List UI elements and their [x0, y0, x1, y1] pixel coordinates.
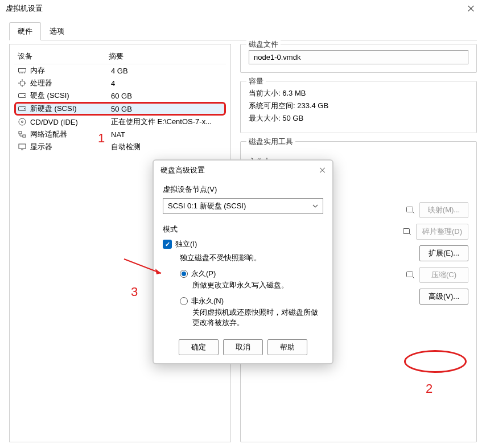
window-title: 虚拟机设置	[6, 3, 468, 14]
cpu-icon	[18, 79, 27, 87]
device-summary: 4 GB	[111, 67, 223, 75]
compact-button: 压缩(C)	[419, 267, 468, 283]
expand-button[interactable]: 扩展(E)...	[419, 245, 468, 261]
svg-rect-22	[407, 272, 413, 277]
device-summary: 自动检测	[111, 142, 223, 152]
advanced-button[interactable]: 高级(V)...	[419, 289, 468, 305]
info-icon	[402, 227, 411, 236]
independent-label: 独立(I)	[175, 239, 197, 249]
sub-dialog-buttons: 确定 取消 帮助	[154, 336, 332, 356]
capacity-max: 最大大小: 50 GB	[249, 112, 468, 125]
info-icon	[406, 205, 415, 215]
device-label: 新硬盘 (SCSI)	[30, 104, 111, 114]
svg-rect-17	[23, 135, 26, 137]
sub-dialog-title: 硬盘高级设置	[160, 165, 320, 175]
capacity-group: 容量 当前大小: 6.3 MB 系统可用空间: 233.4 GB 最大大小: 5…	[240, 81, 477, 133]
device-summary: 50 GB	[111, 105, 223, 113]
independent-desc: 独立磁盘不受快照影响。	[180, 253, 323, 263]
combo-value: SCSI 0:1 新硬盘 (SCSI)	[168, 201, 246, 211]
mode-group: 模式 ✓ 独立(I) 独立磁盘不受快照影响。 永久(P) 所做更改立即永久写入磁…	[163, 224, 323, 328]
nonpermanent-label: 非永久(N)	[191, 296, 224, 306]
svg-point-13	[24, 108, 25, 109]
disk-icon	[18, 105, 27, 113]
device-summary: 60 GB	[111, 92, 223, 100]
device-row-disk[interactable]: 硬盘 (SCSI) 60 GB	[14, 89, 226, 102]
map-button: 映射(M)...	[419, 202, 468, 218]
disk-icon	[18, 92, 27, 100]
mode-group-label: 模式	[163, 224, 323, 235]
chevron-down-icon	[312, 204, 318, 208]
virtual-node-label: 虚拟设备节点(V)	[163, 184, 323, 195]
device-row-cd[interactable]: CD/DVD (IDE) 正在使用文件 E:\CentOS-7-x...	[14, 116, 226, 128]
svg-rect-20	[407, 207, 413, 212]
header-summary: 摘要	[109, 51, 223, 61]
device-summary: 正在使用文件 E:\CentOS-7-x...	[111, 117, 223, 127]
sub-titlebar: 硬盘高级设置	[154, 161, 332, 180]
nonpermanent-radio-row[interactable]: 非永久(N)	[180, 296, 323, 306]
close-icon[interactable]	[468, 5, 475, 12]
nonpermanent-desc: 关闭虚拟机或还原快照时，对磁盘所做更改将被放弃。	[192, 307, 323, 328]
device-label: 处理器	[30, 78, 111, 88]
disk-file-input[interactable]: node1-0.vmdk	[249, 50, 468, 64]
radio-icon	[180, 270, 188, 278]
annotation-circle-2	[404, 350, 467, 373]
header-device: 设备	[18, 51, 109, 61]
device-label: 硬盘 (SCSI)	[30, 91, 111, 101]
svg-rect-21	[403, 229, 409, 234]
svg-rect-18	[19, 144, 26, 149]
svg-rect-0	[19, 69, 26, 72]
permanent-radio-row[interactable]: 永久(P)	[180, 269, 323, 279]
sub-body: 虚拟设备节点(V) SCSI 0:1 新硬盘 (SCSI) 模式 ✓ 独立(I)…	[154, 180, 332, 336]
display-icon	[18, 143, 27, 151]
svg-point-11	[24, 95, 25, 96]
device-label: 内存	[30, 65, 111, 76]
device-label: 显示器	[30, 142, 111, 152]
device-label: CD/DVD (IDE)	[30, 118, 111, 126]
device-row-display[interactable]: 显示器 自动检测	[14, 141, 226, 153]
info-icon	[406, 270, 415, 280]
svg-point-15	[22, 121, 23, 123]
disk-file-group: 磁盘文件 node1-0.vmdk	[240, 44, 477, 73]
permanent-desc: 所做更改立即永久写入磁盘。	[192, 280, 323, 290]
help-button[interactable]: 帮助	[267, 339, 307, 355]
device-list-header: 设备 摘要	[14, 49, 226, 64]
svg-rect-5	[20, 81, 24, 85]
group-title: 容量	[246, 76, 266, 87]
device-row-network[interactable]: 网络适配器 NAT	[14, 128, 226, 141]
independent-checkbox-row[interactable]: ✓ 独立(I)	[163, 239, 323, 249]
tab-hardware[interactable]: 硬件	[9, 22, 41, 40]
titlebar: 虚拟机设置	[0, 0, 486, 17]
defrag-button: 碎片整理(D)	[416, 224, 468, 240]
ok-button[interactable]: 确定	[179, 339, 219, 355]
close-icon[interactable]	[320, 167, 326, 173]
capacity-free: 系统可用空间: 233.4 GB	[249, 100, 468, 112]
group-title: 磁盘实用工具	[246, 137, 295, 147]
memory-icon	[18, 67, 27, 75]
tab-strip: 硬件 选项	[9, 22, 477, 40]
device-row-new-disk[interactable]: 新硬盘 (SCSI) 50 GB	[14, 102, 226, 116]
cancel-button[interactable]: 取消	[223, 339, 263, 355]
advanced-dialog: 硬盘高级设置 虚拟设备节点(V) SCSI 0:1 新硬盘 (SCSI) 模式 …	[153, 159, 333, 364]
group-title: 磁盘文件	[246, 39, 281, 50]
device-row-memory[interactable]: 内存 4 GB	[14, 64, 226, 77]
svg-point-14	[19, 118, 26, 125]
capacity-current: 当前大小: 6.3 MB	[249, 87, 468, 100]
device-summary: 4	[111, 79, 223, 88]
permanent-label: 永久(P)	[191, 269, 216, 279]
checkbox-icon: ✓	[163, 240, 172, 249]
virtual-node-combo[interactable]: SCSI 0:1 新硬盘 (SCSI)	[163, 198, 323, 214]
tab-options[interactable]: 选项	[41, 22, 73, 40]
device-summary: NAT	[111, 130, 223, 139]
svg-rect-16	[19, 131, 22, 134]
checkmark-icon: ✓	[165, 241, 170, 248]
device-row-cpu[interactable]: 处理器 4	[14, 77, 226, 89]
cd-icon	[18, 118, 27, 126]
network-icon	[18, 130, 27, 138]
radio-icon	[180, 297, 188, 305]
device-label: 网络适配器	[30, 129, 111, 139]
